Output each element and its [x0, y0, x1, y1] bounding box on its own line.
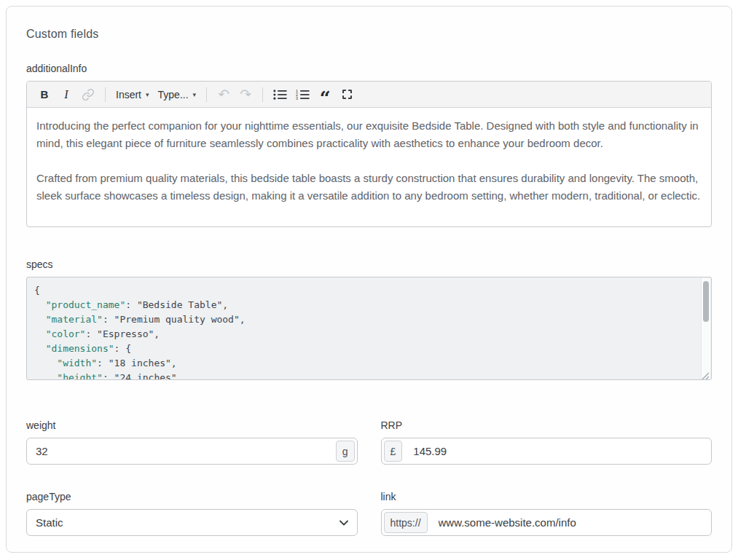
page-type-label: pageType: [26, 491, 358, 502]
custom-fields-card: Custom fields additionalInfo B I Insert …: [6, 6, 732, 553]
custom-fields-grid: weight g RRP £ pageType Static: [26, 419, 712, 536]
section-title: Custom fields: [26, 28, 712, 41]
scrollbar-thumb[interactable]: [703, 281, 709, 322]
link-button[interactable]: [78, 84, 98, 105]
toolbar-divider: [105, 87, 106, 102]
rrp-label: RRP: [381, 419, 713, 431]
undo-button[interactable]: ↶: [213, 84, 234, 105]
type-dropdown[interactable]: Type... ▾: [154, 84, 200, 105]
numbered-list-icon: 1 2 3: [296, 89, 310, 100]
weight-input[interactable]: [27, 438, 334, 464]
currency-addon: £: [384, 441, 403, 462]
additional-info-label: additionalInfo: [26, 63, 712, 74]
scrollbar[interactable]: [701, 278, 710, 379]
editor-toolbar: B I Insert ▾ Type... ▾ ↶ ↷: [27, 82, 711, 108]
chevron-down-icon: ▾: [146, 91, 149, 98]
numbered-list-button[interactable]: 1 2 3: [292, 84, 313, 105]
italic-button[interactable]: I: [56, 84, 76, 105]
rich-text-editor-content[interactable]: Introducing the perfect companion for yo…: [27, 108, 711, 226]
svg-text:3: 3: [296, 96, 298, 100]
bullet-list-button[interactable]: [270, 84, 291, 105]
page-type-select-wrap: Static: [26, 509, 358, 536]
type-dropdown-label: Type...: [158, 89, 189, 100]
rrp-input-group: £: [381, 438, 713, 465]
weight-unit-addon: g: [336, 441, 355, 462]
show-blocks-button[interactable]: [337, 84, 357, 105]
toolbar-divider: [206, 87, 207, 102]
page-type-select[interactable]: Static: [26, 509, 358, 536]
link-field: link https://: [381, 491, 713, 536]
bullet-list-icon: [273, 89, 287, 100]
toolbar-divider: [262, 87, 263, 102]
editor-paragraph: Crafted from premium quality materials, …: [36, 170, 702, 205]
weight-input-group: g: [26, 438, 358, 465]
insert-dropdown-label: Insert: [116, 89, 141, 100]
rich-text-editor: B I Insert ▾ Type... ▾ ↶ ↷: [26, 81, 712, 227]
resize-handle[interactable]: [702, 370, 710, 378]
link-label: link: [381, 491, 713, 502]
weight-label: weight: [26, 419, 358, 431]
specs-code: { "product_name": "Bedside Table", "mate…: [27, 277, 711, 379]
dashed-square-icon: [342, 90, 352, 99]
chevron-down-icon: ▾: [193, 91, 197, 98]
link-input-group: https://: [381, 509, 713, 536]
bold-button[interactable]: B: [34, 84, 55, 105]
blockquote-button[interactable]: “: [315, 84, 335, 105]
weight-field: weight g: [26, 419, 358, 465]
link-icon: [82, 88, 95, 101]
redo-button[interactable]: ↷: [235, 84, 256, 105]
rrp-input[interactable]: [404, 438, 711, 464]
rrp-field: RRP £: [381, 419, 713, 465]
editor-paragraph: Introducing the perfect companion for yo…: [36, 117, 702, 152]
protocol-addon: https://: [384, 512, 428, 533]
link-input[interactable]: [430, 510, 711, 535]
page-type-field: pageType Static: [26, 491, 358, 536]
specs-label: specs: [26, 259, 712, 270]
specs-code-editor[interactable]: { "product_name": "Bedside Table", "mate…: [26, 277, 712, 380]
insert-dropdown[interactable]: Insert ▾: [112, 84, 153, 105]
